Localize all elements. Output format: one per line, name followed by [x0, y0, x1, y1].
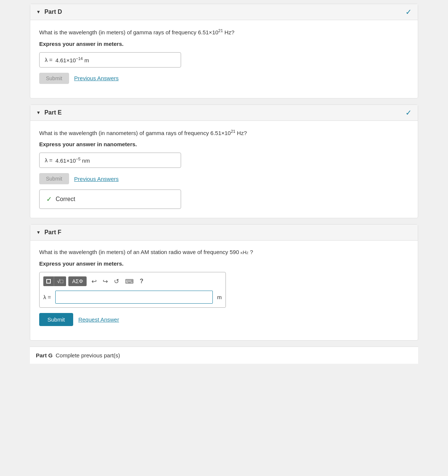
part-f-question: What is the wavelength (in meters) of an… [39, 248, 409, 257]
part-e-previous-answers-link[interactable]: Previous Answers [74, 176, 119, 182]
part-d-actions: Submit Previous Answers [39, 73, 409, 84]
part-f-math-input-container: √□ ΑΣΦ ↩ ↪ ↺ ⌨ ? λ = m [39, 272, 226, 308]
part-e-lambda-label: λ = [45, 157, 52, 163]
part-g-row: Part G Complete previous part(s) [30, 347, 418, 364]
part-e-actions: Submit Previous Answers [39, 173, 409, 184]
part-f-keyboard-btn[interactable]: ⌨ [122, 276, 136, 286]
part-e-correct-box: ✓ Correct [39, 190, 181, 209]
part-d-header: ▼ Part D ✓ [30, 4, 418, 20]
part-f-unit-label: m [217, 294, 222, 300]
part-e-correct-label: Correct [56, 196, 75, 203]
part-e-section: ▼ Part E ✓ What is the wavelength (in na… [30, 104, 418, 219]
part-f-section: ▼ Part F What is the wavelength (in mete… [30, 224, 418, 341]
part-e-chevron-icon[interactable]: ▼ [36, 110, 41, 115]
part-f-refresh-btn[interactable]: ↺ [111, 276, 122, 287]
part-f-help-btn[interactable]: ? [137, 276, 146, 286]
part-f-title: Part F [44, 229, 61, 236]
part-d-answer-value: 4.61×10−14 m [55, 56, 89, 63]
part-d-previous-answers-link[interactable]: Previous Answers [74, 75, 119, 81]
part-d-chevron-icon[interactable]: ▼ [36, 9, 41, 15]
part-e-answer-box: λ = 4.61×10−5 nm [39, 153, 181, 168]
part-f-body: What is the wavelength (in meters) of an… [30, 241, 418, 340]
part-d-section: ▼ Part D ✓ What is the wavelength (in me… [30, 4, 418, 98]
part-f-answer-input[interactable] [55, 291, 212, 304]
part-f-template-sqrt-btn[interactable]: √□ [54, 276, 66, 286]
part-f-header: ▼ Part F [30, 225, 418, 241]
part-g-text: Complete previous part(s) [56, 352, 120, 358]
part-f-input-row: λ = m [43, 291, 222, 304]
part-f-express-answer: Express your answer in meters. [39, 260, 409, 267]
part-f-request-answer-link[interactable]: Request Answer [78, 316, 119, 323]
part-e-checkmark-icon: ✓ [46, 195, 52, 203]
part-f-actions: Submit Request Answer [39, 313, 409, 326]
part-f-greek-btn[interactable]: ΑΣΦ [68, 276, 87, 286]
part-d-correct-icon: ✓ [405, 7, 412, 16]
part-d-lambda-label: λ = [45, 57, 52, 63]
part-f-redo-btn[interactable]: ↪ [100, 276, 111, 287]
part-d-submit-button[interactable]: Submit [39, 73, 69, 84]
part-d-express-answer: Express your answer in meters. [39, 41, 409, 47]
part-e-body: What is the wavelength (in nanometers) o… [30, 121, 418, 218]
part-e-answer-value: 4.61×10−5 nm [55, 157, 90, 164]
part-d-body: What is the wavelength (in meters) of ga… [30, 20, 418, 98]
part-f-lambda-label: λ = [43, 294, 51, 300]
svg-rect-0 [47, 279, 50, 283]
part-e-header: ▼ Part E ✓ [30, 105, 418, 121]
part-f-template-btn-group: √□ [43, 276, 66, 286]
part-e-correct-icon: ✓ [405, 108, 412, 117]
part-d-answer-box: λ = 4.61×10−14 m [39, 52, 181, 68]
part-e-submit-button[interactable]: Submit [39, 173, 69, 184]
part-d-title: Part D [44, 9, 62, 15]
part-f-undo-btn[interactable]: ↩ [89, 276, 99, 287]
part-e-express-answer: Express your answer in nanometers. [39, 141, 409, 147]
part-d-question: What is the wavelength (in meters) of ga… [39, 28, 409, 37]
part-f-submit-button[interactable]: Submit [39, 313, 73, 326]
part-e-question: What is the wavelength (in nanometers) o… [39, 128, 409, 138]
part-f-toolbar: √□ ΑΣΦ ↩ ↪ ↺ ⌨ ? [43, 276, 222, 287]
page-wrapper: ▼ Part D ✓ What is the wavelength (in me… [26, 0, 422, 367]
part-e-title: Part E [44, 109, 62, 116]
part-g-label: Part G [36, 352, 53, 358]
part-f-template-square-btn[interactable] [43, 276, 54, 286]
part-f-chevron-icon[interactable]: ▼ [36, 230, 41, 235]
